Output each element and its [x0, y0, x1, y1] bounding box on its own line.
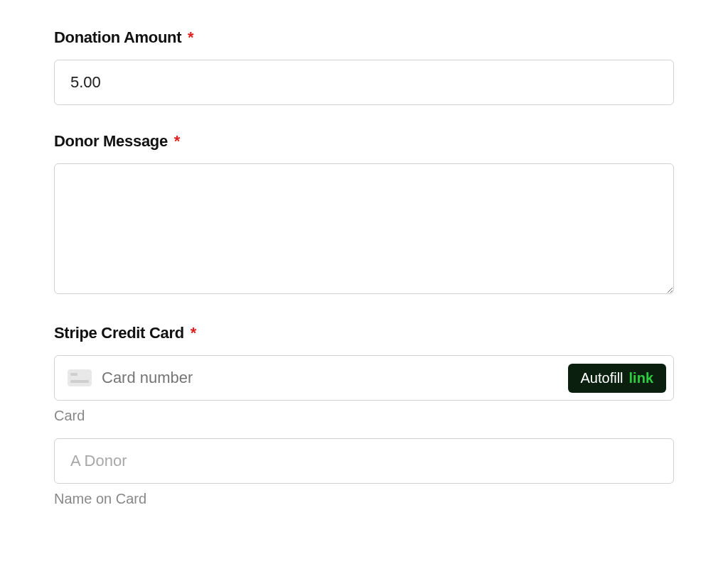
- autofill-link-button[interactable]: Autofill link: [568, 364, 666, 393]
- stripe-card-label: Stripe Credit Card *: [54, 324, 674, 342]
- name-on-card-helper-text: Name on Card: [54, 491, 674, 507]
- name-on-card-input[interactable]: [54, 438, 674, 484]
- autofill-link-text: link: [629, 370, 653, 386]
- donor-message-label: Donor Message *: [54, 132, 674, 151]
- donation-amount-label-text: Donation Amount: [54, 28, 181, 46]
- required-asterisk: *: [174, 132, 180, 150]
- donor-message-textarea[interactable]: [54, 163, 674, 294]
- donation-amount-label: Donation Amount *: [54, 28, 674, 47]
- stripe-card-label-text: Stripe Credit Card: [54, 324, 184, 342]
- card-number-field: Autofill link Card: [54, 355, 674, 424]
- donation-amount-input[interactable]: [54, 60, 674, 105]
- card-helper-text: Card: [54, 408, 674, 424]
- donor-message-group: Donor Message *: [54, 132, 674, 297]
- required-asterisk: *: [191, 324, 196, 342]
- stripe-credit-card-group: Stripe Credit Card * Autofill link Card …: [54, 324, 674, 507]
- autofill-text: Autofill: [581, 370, 623, 386]
- credit-card-icon: [68, 369, 92, 386]
- card-number-wrapper: Autofill link: [54, 355, 674, 401]
- name-on-card-field: Name on Card: [54, 438, 674, 507]
- card-number-input[interactable]: [102, 356, 558, 400]
- donor-message-label-text: Donor Message: [54, 132, 168, 150]
- donation-amount-group: Donation Amount *: [54, 28, 674, 105]
- required-asterisk: *: [188, 28, 193, 46]
